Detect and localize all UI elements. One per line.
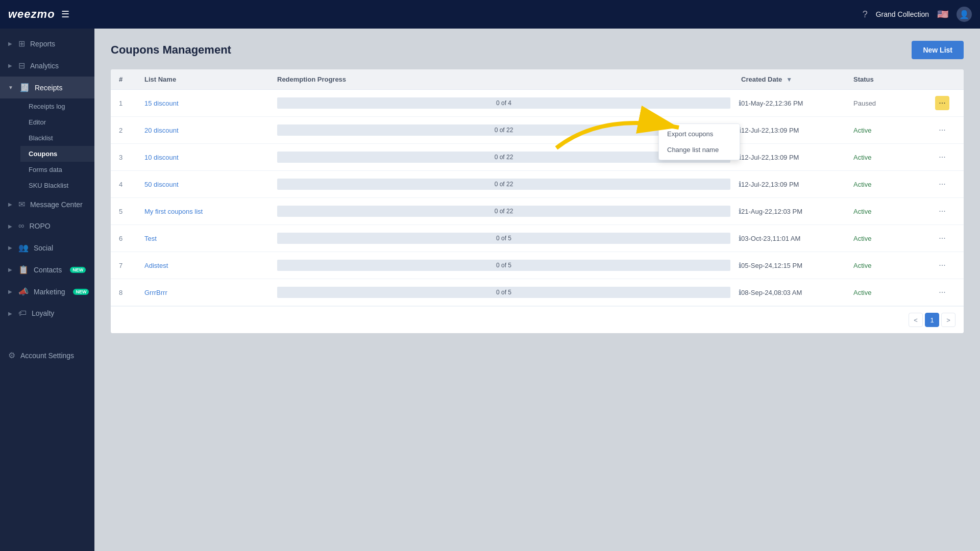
row-created-date-4: 12-Jul-22,13:09 PM <box>741 181 853 188</box>
row-actions-1: ··· <box>935 96 955 110</box>
dropdown-item-export-coupons[interactable]: Export coupons <box>659 126 740 142</box>
col-header-created-date: Created Date ▼ <box>741 76 853 83</box>
row-progress-5: 0 of 22 ℹ <box>277 206 741 217</box>
sidebar-item-receipts[interactable]: ▼ 🧾 Receipts <box>0 77 94 98</box>
sidebar-item-social[interactable]: ▶ 👥 Social <box>0 237 94 259</box>
row-list-name-3: 10 discount <box>144 154 277 161</box>
sidebar-subitem-sku-blacklist[interactable]: SKU Blacklist <box>20 178 94 193</box>
sidebar-label-social: Social <box>34 244 53 252</box>
sidebar-item-loyalty[interactable]: ▶ 🏷 Loyalty <box>0 303 94 324</box>
sidebar-item-ropo[interactable]: ▶ ∞ ROPO <box>0 215 94 237</box>
topnav-right: ? Grand Collection 🇺🇸 👤 <box>863 7 972 22</box>
sidebar-label-ropo: ROPO <box>29 222 50 230</box>
user-avatar[interactable]: 👤 <box>957 7 972 22</box>
row-created-date-7: 05-Sep-24,12:15 PM <box>741 262 853 269</box>
row-list-name-4: 50 discount <box>144 181 277 188</box>
pagination-page-1-button[interactable]: 1 <box>925 313 939 327</box>
col-header-status: Status <box>853 76 935 83</box>
row-status-2: Active <box>853 127 935 134</box>
three-dots-button-4[interactable]: ··· <box>935 177 949 191</box>
row-created-date-5: 21-Aug-22,12:03 PM <box>741 208 853 215</box>
three-dots-button-5[interactable]: ··· <box>935 204 949 218</box>
table-row: 3 10 discount 0 of 22 ℹ 12-Jul-22,13:09 … <box>111 144 964 171</box>
expand-arrow-social: ▶ <box>8 245 12 251</box>
row-num-4: 4 <box>119 181 144 188</box>
contacts-icon: 📋 <box>18 265 29 274</box>
list-name-link-3[interactable]: 10 discount <box>144 154 179 161</box>
row-status-4: Active <box>853 181 935 188</box>
row-num-5: 5 <box>119 208 144 215</box>
table-row: 8 GrrrBrrr 0 of 5 ℹ 08-Sep-24,08:03 AM A… <box>111 279 964 306</box>
list-name-link-6[interactable]: Test <box>144 235 157 242</box>
col-header-redemption-progress: Redemption Progress <box>277 76 741 83</box>
three-dots-button-2[interactable]: ··· <box>935 123 949 137</box>
receipts-icon: 🧾 <box>19 83 30 92</box>
row-actions-3: ··· <box>935 150 955 164</box>
sidebar-item-contacts[interactable]: ▶ 📋 Contacts NEW <box>0 259 94 281</box>
editor-label: Editor <box>29 118 46 126</box>
row-list-name-7: Adistest <box>144 262 277 269</box>
sidebar-item-reports[interactable]: ▶ ⊞ Reports <box>0 33 94 55</box>
sidebar-subitem-editor[interactable]: Editor <box>20 114 94 130</box>
dropdown-item-change-list-name[interactable]: Change list name <box>659 142 740 158</box>
row-status-8: Active <box>853 289 935 296</box>
expand-arrow-contacts: ▶ <box>8 267 12 272</box>
row-num-1: 1 <box>119 99 144 107</box>
expand-arrow-ropo: ▶ <box>8 223 12 229</box>
sidebar-label-marketing: Marketing <box>34 288 65 296</box>
sidebar-item-analytics[interactable]: ▶ ⊟ Analytics <box>0 55 94 77</box>
row-status-7: Active <box>853 262 935 269</box>
sidebar-item-message-center[interactable]: ▶ ✉ Message Center <box>0 193 94 215</box>
row-progress-4: 0 of 22 ℹ <box>277 179 741 190</box>
sidebar-label-contacts: Contacts <box>34 266 62 274</box>
page-title: Coupons Management <box>111 43 231 57</box>
sidebar-item-marketing[interactable]: ▶ 📣 Marketing NEW <box>0 281 94 303</box>
row-status-5: Active <box>853 208 935 215</box>
row-actions-7: ··· <box>935 258 955 272</box>
marketing-badge: NEW <box>73 289 89 295</box>
row-created-date-8: 08-Sep-24,08:03 AM <box>741 289 853 296</box>
sidebar-subitem-blacklist[interactable]: Blacklist <box>20 130 94 146</box>
list-name-link-2[interactable]: 20 discount <box>144 127 179 134</box>
three-dots-button-3[interactable]: ··· <box>935 150 949 164</box>
sidebar-label-analytics: Analytics <box>30 62 59 70</box>
sidebar-subitem-receipts-log[interactable]: Receipts log <box>20 98 94 114</box>
new-list-button[interactable]: New List <box>912 41 964 59</box>
row-actions-8: ··· <box>935 285 955 299</box>
list-name-link-1[interactable]: 15 discount <box>144 99 179 107</box>
sort-created-date-icon[interactable]: ▼ <box>786 76 792 83</box>
expand-arrow-message-center: ▶ <box>8 202 12 207</box>
list-name-link-8[interactable]: GrrrBrrr <box>144 289 167 296</box>
table-row: 4 50 discount 0 of 22 ℹ 12-Jul-22,13:09 … <box>111 171 964 198</box>
three-dots-button-6[interactable]: ··· <box>935 231 949 245</box>
list-name-link-4[interactable]: 50 discount <box>144 181 179 188</box>
row-created-date-6: 03-Oct-23,11:01 AM <box>741 235 853 242</box>
sidebar-item-account-settings[interactable]: ⚙ Account Settings <box>0 344 94 366</box>
sidebar-subitem-coupons[interactable]: Coupons <box>20 146 94 162</box>
sidebar-subitem-forms-data[interactable]: Forms data <box>20 162 94 178</box>
help-icon[interactable]: ? <box>863 9 868 20</box>
pagination-next-button[interactable]: > <box>941 313 955 327</box>
sidebar-label-reports: Reports <box>30 40 55 48</box>
table-row: 5 My first coupons list 0 of 22 ℹ 21-Aug… <box>111 198 964 225</box>
pagination-prev-button[interactable]: < <box>909 313 923 327</box>
row-status-6: Active <box>853 235 935 242</box>
list-name-link-7[interactable]: Adistest <box>144 262 168 269</box>
page-header: Coupons Management New List <box>111 41 964 59</box>
list-name-link-5[interactable]: My first coupons list <box>144 208 203 215</box>
pagination: < 1 > <box>111 306 964 333</box>
expand-arrow-reports: ▶ <box>8 41 12 46</box>
col-header-list-name: List Name <box>144 76 277 83</box>
row-list-name-6: Test <box>144 235 277 242</box>
three-dots-button-1[interactable]: ··· <box>935 96 949 110</box>
row-list-name-5: My first coupons list <box>144 208 277 215</box>
sku-blacklist-label: SKU Blacklist <box>29 182 68 189</box>
expand-arrow-marketing: ▶ <box>8 289 12 294</box>
row-created-date-3: 12-Jul-22,13:09 PM <box>741 154 853 161</box>
hamburger-menu-icon[interactable]: ☰ <box>61 9 69 20</box>
three-dots-button-7[interactable]: ··· <box>935 258 949 272</box>
table-row: 7 Adistest 0 of 5 ℹ 05-Sep-24,12:15 PM A… <box>111 252 964 279</box>
contacts-badge: NEW <box>70 267 86 273</box>
ropo-icon: ∞ <box>18 221 24 231</box>
three-dots-button-8[interactable]: ··· <box>935 285 949 299</box>
